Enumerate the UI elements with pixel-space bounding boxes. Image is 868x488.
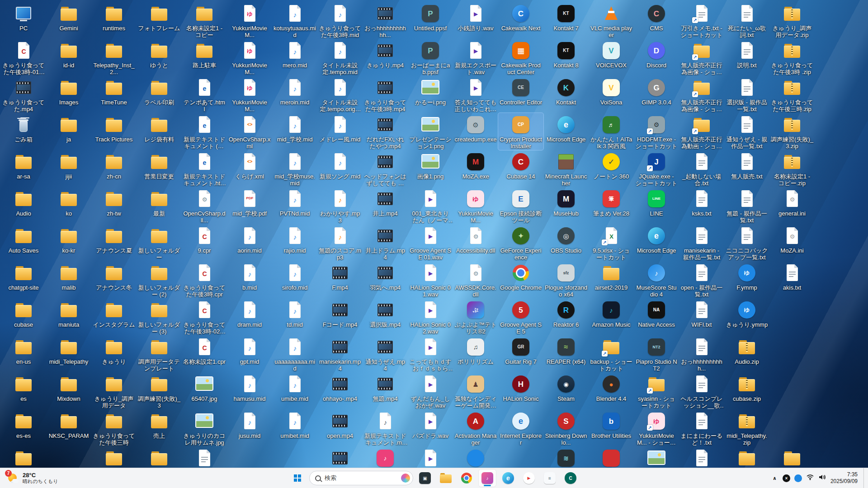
desktop-icon[interactable]: ●Blender 4.4: [589, 372, 634, 409]
desktop-icon[interactable]: ゆYukkuriMovieM...: [227, 76, 272, 113]
desktop-icon[interactable]: ≋: [543, 446, 589, 468]
desktop-icon[interactable]: ゆうと: [137, 39, 182, 76]
desktop-icon[interactable]: 新しいフォルダー: [137, 224, 182, 261]
desktop-icon[interactable]: e新規テキストドキュメント.html: [182, 150, 227, 187]
desktop-icon[interactable]: [91, 446, 137, 468]
show-desktop-button[interactable]: [863, 468, 866, 488]
desktop-icon[interactable]: ♪タイトル未設定.tempo.mid: [317, 39, 363, 76]
desktop-icon[interactable]: ♪rajio.mid: [272, 224, 317, 261]
desktop-icon[interactable]: ♪mid_学校.mid: [272, 113, 317, 150]
weather-widget[interactable]: 7 28°C 晴れのちくもり: [5, 468, 61, 488]
desktop-icon[interactable]: ⚙↗HDDFMT.exe - ショートカット: [634, 113, 679, 150]
desktop-icon[interactable]: PC: [1, 2, 46, 39]
desktop-icon[interactable]: [453, 446, 498, 468]
desktop-icon[interactable]: ♪タイトル未設定.tempo.orig1.mid: [317, 76, 363, 113]
desktop-icon[interactable]: runtimes: [91, 2, 137, 39]
desktop-icon[interactable]: NANative Access: [634, 298, 679, 335]
tray-app-2[interactable]: [794, 474, 802, 482]
desktop-icon[interactable]: midi_Telepathy: [46, 335, 91, 372]
desktop-icon[interactable]: フォトフレーム: [137, 2, 182, 39]
desktop-icon[interactable]: まにまにわーるど！.txt: [679, 409, 724, 446]
desktop-icon[interactable]: zh-tw: [91, 187, 137, 224]
desktop-icon[interactable]: 最新: [137, 187, 182, 224]
desktop-icon[interactable]: malib: [46, 261, 91, 298]
desktop-icon[interactable]: ♪meroin.mid: [272, 76, 317, 113]
wifi-icon[interactable]: [806, 474, 814, 482]
desktop-icon[interactable]: VVoiSona: [589, 76, 634, 113]
desktop-icon[interactable]: en-us: [1, 335, 46, 372]
desktop-icon[interactable]: PDFmid_学校.pdf: [227, 187, 272, 224]
desktop-icon[interactable]: ヘルスコンプレッション__歌詞.txt: [679, 372, 724, 409]
desktop-icon[interactable]: 路上駐車: [182, 39, 227, 76]
desktop-icon[interactable]: おっhhhhhhhhhhh...: [363, 2, 408, 39]
desktop-icon[interactable]: eMicrosoft Edge: [543, 113, 589, 150]
taskbar-app-dark-tool[interactable]: ▣: [416, 469, 434, 487]
desktop-icon[interactable]: きゅうり: [91, 335, 137, 372]
desktop-icon[interactable]: ♪jusu.mid: [227, 409, 272, 446]
desktop-icon[interactable]: ♪aorin.mid: [227, 224, 272, 261]
desktop-icon[interactable]: 通知うぜえ - 親作品一覧.txt: [724, 113, 769, 150]
desktop-icon[interactable]: TimeTune: [91, 76, 137, 113]
desktop-icon[interactable]: ⚙general.ini: [769, 187, 815, 224]
desktop-icon[interactable]: CCubase 14: [498, 150, 543, 187]
desktop-icon[interactable]: MMoZA.exe: [453, 150, 498, 187]
desktop-icon[interactable]: ↗syasinn - ショートカット: [634, 372, 679, 409]
desktop-icon[interactable]: AActivation Manager: [453, 409, 498, 446]
desktop-icon[interactable]: 井上.mp4: [363, 187, 408, 224]
desktop-icon[interactable]: eMicrosoft Edge: [634, 224, 679, 261]
desktop-icon[interactable]: Cきゅうり食ってた午後3時-02.cpr: [182, 298, 227, 335]
desktop-icon[interactable]: ♪umibe.mid: [272, 372, 317, 409]
desktop-icon[interactable]: ▶Groove Agent SE 01.wav: [408, 224, 453, 261]
desktop-icon[interactable]: VLC media player: [589, 2, 634, 39]
desktop-icon[interactable]: GGIMP 3.0.4: [634, 76, 679, 113]
desktop-icon[interactable]: 新しいフォルダー (2): [137, 261, 182, 298]
desktop-icon[interactable]: きゅうり_調声用データ: [91, 372, 137, 409]
desktop-icon[interactable]: [137, 446, 182, 468]
desktop-icon[interactable]: ♪新規テキストドキュメント.musicxml: [363, 409, 408, 446]
desktop-icon[interactable]: [1, 446, 46, 468]
desktop-icon[interactable]: VVOICEVOX: [589, 39, 634, 76]
desktop-icon[interactable]: ↗無人販売不正行為画像 - ショートカッ...: [679, 39, 724, 76]
desktop-icon[interactable]: ▶こってもｈｄすおｆｄｓｂらぶ.wav: [408, 335, 453, 372]
desktop-icon[interactable]: 調声用データテンプレート: [137, 335, 182, 372]
desktop-icon[interactable]: manisekarin.mp4: [317, 335, 363, 372]
desktop-icon[interactable]: NT2Piapro Studio NT2: [634, 335, 679, 372]
desktop-icon[interactable]: ar-sa: [1, 150, 46, 187]
desktop-icon[interactable]: sfzPlogue sforzando x64: [543, 261, 589, 298]
tray-expand-button[interactable]: ∧: [771, 474, 778, 483]
taskbar-app-chrome[interactable]: [458, 469, 476, 487]
desktop-icon[interactable]: きゅうり食ってた午後三時: [91, 409, 137, 446]
desktop-icon[interactable]: RReaktor 6: [543, 298, 589, 335]
desktop-icon[interactable]: 調声練習(失敗)_3.zip: [769, 113, 815, 150]
desktop-icon[interactable]: es: [1, 372, 46, 409]
desktop-icon[interactable]: 無題 - 親作品一覧.txt: [724, 187, 769, 224]
desktop-icon[interactable]: 無題.mp4: [363, 372, 408, 409]
desktop-icon[interactable]: open.mp4: [317, 409, 363, 446]
desktop-icon[interactable]: 通知うぜえ.mp4: [363, 335, 408, 372]
desktop-icon[interactable]: ♪無題のスコア.mp3: [317, 224, 363, 261]
desktop-icon[interactable]: GRGuitar Rig 7: [498, 335, 543, 372]
desktop-icon[interactable]: _起動しない場合.txt: [679, 150, 724, 187]
desktop-icon[interactable]: ♫ポリリリズム: [453, 335, 498, 372]
desktop-icon[interactable]: レジ袋有料: [137, 113, 182, 150]
desktop-icon[interactable]: 井上ドラム.mp4: [363, 224, 408, 261]
desktop-icon[interactable]: ♪umibet.mid: [272, 409, 317, 446]
desktop-icon[interactable]: 営業日変更: [137, 150, 182, 187]
desktop-icon[interactable]: きゅうり食ってた.mp4: [1, 76, 46, 113]
desktop-icon[interactable]: PUntitled.ppsf: [408, 2, 453, 39]
desktop-icon[interactable]: WIFI.txt: [679, 298, 724, 335]
desktop-icon[interactable]: ヘッドフォンはずしてても あがつかない.mp4: [363, 150, 408, 187]
desktop-icon[interactable]: ◎OBS Studio: [543, 224, 589, 261]
desktop-icon[interactable]: かるーi.png: [408, 76, 453, 113]
desktop-icon[interactable]: Images: [46, 76, 91, 113]
desktop-icon[interactable]: Google Chrome: [498, 261, 543, 298]
desktop-icon[interactable]: ↗無人販売不正行為動画 - ショートカット: [679, 113, 724, 150]
desktop-icon[interactable]: NKSC_PARAM: [46, 409, 91, 446]
desktop-icon[interactable]: きゅうり.mp4: [363, 39, 408, 76]
desktop-icon[interactable]: ♪メドレー風.mid: [317, 113, 363, 150]
desktop-icon[interactable]: KTKontakt 8: [543, 39, 589, 76]
desktop-icon[interactable]: cubase: [1, 298, 46, 335]
desktop-icon[interactable]: Auto Saves: [1, 224, 46, 261]
desktop-icon[interactable]: ▶小銭語り.wav: [453, 2, 498, 39]
desktop-icon[interactable]: きゅうり食ってた午後三時.zip: [769, 76, 815, 113]
